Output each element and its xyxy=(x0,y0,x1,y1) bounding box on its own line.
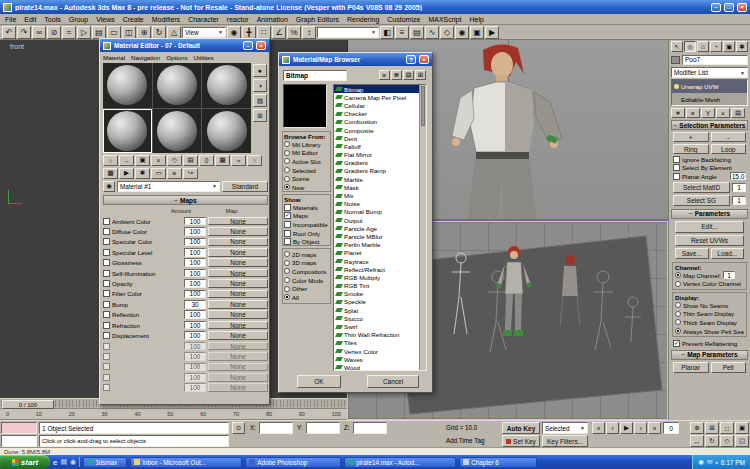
view-list-plus-icon[interactable]: ≣ xyxy=(391,70,402,80)
pick-material-from-object-icon[interactable]: ◉ xyxy=(103,181,115,192)
tab-create[interactable]: ↖ xyxy=(671,41,683,52)
pan-icon[interactable]: ↔ xyxy=(690,435,704,447)
material-id-button[interactable]: 0 xyxy=(199,155,214,166)
map-none-button[interactable]: None xyxy=(208,321,268,330)
map-type-item[interactable]: Combustion xyxy=(334,118,419,126)
make-preview-button[interactable]: ▶ xyxy=(119,168,134,179)
map-type-item[interactable]: Thin Wall Refraction xyxy=(334,331,419,339)
show-map-in-viewport-button[interactable]: ▦ xyxy=(215,155,230,166)
map-enable-checkbox[interactable] xyxy=(103,218,110,225)
map-amount-field[interactable]: 100 xyxy=(184,227,206,236)
zoom-icon[interactable]: ⊕ xyxy=(690,422,704,434)
material-slot[interactable] xyxy=(202,63,251,108)
map-amount-field[interactable]: 100 xyxy=(184,331,206,340)
map-none-button[interactable]: None xyxy=(208,300,268,309)
taskbar-task[interactable]: Chapter 6 xyxy=(459,457,537,468)
material-slot-active[interactable] xyxy=(103,109,152,154)
select-link-icon[interactable]: ∞ xyxy=(32,26,46,39)
map-amount-field[interactable]: 100 xyxy=(184,269,206,278)
map-amount-field[interactable]: 100 xyxy=(184,258,206,267)
map-type-item[interactable]: Smoke xyxy=(334,290,419,298)
current-frame-field[interactable]: 0 xyxy=(663,422,679,434)
menu-group[interactable]: Group xyxy=(69,16,88,23)
map-type-item[interactable]: Noise xyxy=(334,200,419,208)
tray-volume-icon[interactable]: ◉ xyxy=(698,458,704,466)
map-enable-checkbox[interactable] xyxy=(103,238,110,245)
unlink-icon[interactable]: ⊘ xyxy=(47,26,61,39)
map-type-item[interactable]: Camera Map Per Pixel xyxy=(334,93,419,101)
grow-selection-button[interactable]: + xyxy=(673,132,709,142)
map-type-item[interactable]: Particle Age xyxy=(334,224,419,232)
rollout-selection-parameters[interactable]: −Selection Parameters xyxy=(671,120,748,130)
map-none-button[interactable]: None xyxy=(208,331,268,340)
map-amount-field[interactable]: 30 xyxy=(184,300,206,309)
arc-rotate-icon[interactable]: ↻ xyxy=(705,435,719,447)
map-type-item[interactable]: Gradient Ramp xyxy=(334,167,419,175)
tab-utilities[interactable]: ✱ xyxy=(736,41,748,52)
sample-type-button[interactable]: ● xyxy=(253,64,267,77)
sg-field[interactable]: 1 xyxy=(732,196,746,205)
show-maps-checkbox[interactable]: ✓ xyxy=(284,212,291,219)
selection-region-icon[interactable]: ▭ xyxy=(107,26,121,39)
map-enable-checkbox[interactable] xyxy=(103,301,110,308)
planar-angle-checkbox[interactable] xyxy=(673,173,680,180)
map-type-item[interactable]: Waves xyxy=(334,355,419,363)
material-slot[interactable] xyxy=(153,63,202,108)
go-to-parent-button[interactable]: ↑ xyxy=(247,155,262,166)
viewport-label-front[interactable]: front xyxy=(10,43,24,50)
previous-frame-button[interactable]: ‹ xyxy=(606,422,619,434)
spinner-snap-icon[interactable]: ↕ xyxy=(302,26,316,39)
menu-edit[interactable]: Edit xyxy=(24,16,36,23)
material-slot[interactable] xyxy=(202,109,251,154)
planar-angle-field[interactable]: 15.0 xyxy=(730,172,746,180)
map-type-item[interactable]: Vertex Color xyxy=(334,347,419,355)
map-amount-field[interactable]: 100 xyxy=(184,238,206,247)
map-amount-field[interactable]: 100 xyxy=(184,248,206,257)
tab-motion[interactable]: ◔ xyxy=(710,41,722,52)
view-list-icon[interactable]: ≡ xyxy=(379,70,390,80)
ring-button[interactable]: Ring xyxy=(673,144,709,154)
select-matid-button[interactable]: Select MatID xyxy=(673,182,730,193)
maxscript-listener-line[interactable] xyxy=(1,435,37,447)
undo-icon[interactable]: ↶ xyxy=(2,26,16,39)
map-type-item[interactable]: Output xyxy=(334,216,419,224)
map-channel-radio[interactable] xyxy=(675,272,681,278)
map-none-button[interactable]: None xyxy=(208,269,268,278)
object-name-field[interactable]: Poo7 xyxy=(682,55,748,65)
rollout-parameters[interactable]: −Parameters xyxy=(671,209,748,219)
quick-launch-media-icon[interactable]: ◉ xyxy=(70,458,76,466)
map-browser-help-button[interactable]: ? xyxy=(406,55,416,64)
menu-graph-editors[interactable]: Graph Editors xyxy=(296,16,339,23)
shrink-selection-button[interactable]: - xyxy=(711,132,747,142)
map-browser-titlebar[interactable]: Material/Map Browser ? × xyxy=(279,53,432,66)
menu-help[interactable]: Help xyxy=(469,16,483,23)
modifier-list-dropdown[interactable]: Modifier List▼ xyxy=(671,67,748,78)
set-key-button[interactable]: Set Key xyxy=(502,435,540,447)
redo-icon[interactable]: ↷ xyxy=(17,26,31,39)
rollout-map-parameters[interactable]: −Map Parameters xyxy=(671,350,748,360)
percent-snap-icon[interactable]: % xyxy=(287,26,301,39)
select-by-element-checkbox[interactable] xyxy=(673,164,680,171)
tray-mail-icon[interactable]: ✉ xyxy=(707,458,712,466)
map-type-item[interactable]: Wood xyxy=(334,363,419,371)
align-icon[interactable]: ≡ xyxy=(395,26,409,39)
get-material-button[interactable]: ○ xyxy=(103,155,118,166)
browse-active-slot-radio[interactable] xyxy=(284,158,290,164)
map-none-button[interactable]: None xyxy=(208,227,268,236)
show-materials-checkbox[interactable] xyxy=(284,204,291,211)
map-type-item[interactable]: Normal Bump xyxy=(334,208,419,216)
map-name-field[interactable]: Bitmap xyxy=(283,70,347,81)
go-to-end-button[interactable]: » xyxy=(648,422,661,434)
map-type-item[interactable]: Checker xyxy=(334,110,419,118)
map-enable-checkbox[interactable] xyxy=(103,290,110,297)
map-amount-field[interactable]: 100 xyxy=(184,310,206,319)
map-channel-field[interactable]: 1 xyxy=(723,271,735,279)
material-slot[interactable] xyxy=(153,109,202,154)
map-type-item[interactable]: Composite xyxy=(334,126,419,134)
always-show-pelt-seam-radio[interactable] xyxy=(675,328,681,334)
browse-mtl-library-radio[interactable] xyxy=(284,141,290,147)
quick-launch-desktop-icon[interactable]: ▤ xyxy=(60,458,67,466)
play-button[interactable]: ▶ xyxy=(620,422,633,434)
snap-toggle-icon[interactable]: ∷ xyxy=(257,26,271,39)
menu-animation[interactable]: Animation xyxy=(257,16,288,23)
